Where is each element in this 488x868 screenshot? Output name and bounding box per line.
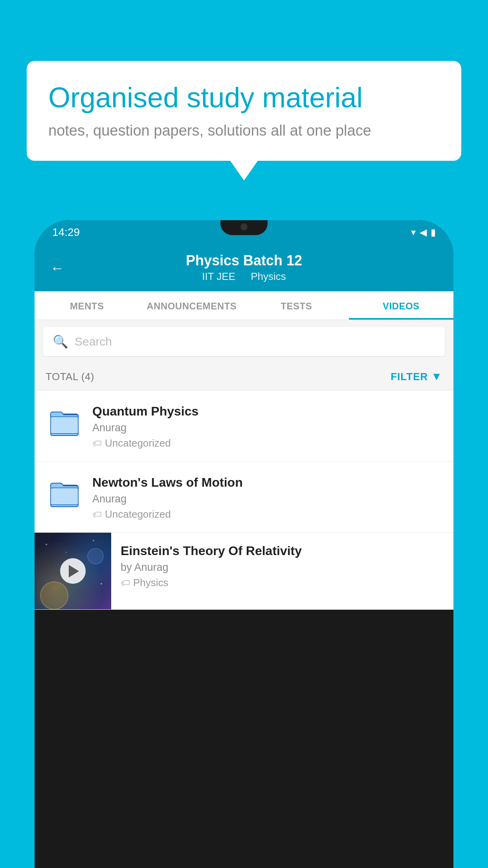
battery-icon: ▮ (431, 227, 436, 238)
item-info-newton: Newton's Laws of Motion Anurag 🏷 Uncateg… (92, 473, 442, 520)
tab-bar: MENTS ANNOUNCEMENTS TESTS VIDEOS (35, 291, 453, 320)
list-item[interactable]: Quantum Physics Anurag 🏷 Uncategorized (35, 390, 453, 462)
tag-icon: 🏷 (92, 438, 102, 449)
svg-rect-3 (51, 488, 78, 505)
filter-icon: ▼ (431, 370, 442, 383)
item-tag: 🏷 Uncategorized (92, 508, 442, 520)
svg-point-5 (66, 552, 67, 553)
play-button[interactable] (60, 558, 86, 584)
item-title: Quantum Physics (92, 404, 442, 419)
speech-bubble-section: Organised study material notes, question… (27, 61, 461, 180)
search-icon: 🔍 (53, 334, 68, 349)
item-title: Einstein's Theory Of Relativity (121, 544, 442, 558)
speech-bubble-card: Organised study material notes, question… (27, 61, 461, 161)
item-author: Anurag (92, 422, 442, 434)
play-icon (69, 565, 79, 577)
signal-icon: ◀ (420, 227, 427, 238)
tab-announcements[interactable]: ANNOUNCEMENTS (139, 291, 244, 320)
svg-point-6 (93, 540, 94, 541)
wifi-icon: ▾ (411, 227, 416, 238)
video-list: Quantum Physics Anurag 🏷 Uncategorized N… (35, 390, 453, 610)
back-button[interactable]: ← (50, 260, 64, 276)
app-header: ← Physics Batch 12 IIT JEE Physics (35, 245, 453, 291)
notch (220, 220, 268, 235)
search-input[interactable]: Search (75, 335, 112, 348)
search-bar-container: 🔍 Search (35, 320, 453, 363)
speech-bubble-arrow (230, 161, 258, 180)
subtitle-iitjee: IIT JEE (202, 270, 235, 282)
filter-bar: TOTAL (4) FILTER ▼ (35, 363, 453, 390)
subtitle-physics: Physics (251, 270, 286, 282)
item-author: Anurag (92, 493, 442, 505)
item-thumbnail-quantum (46, 402, 83, 441)
search-bar[interactable]: 🔍 Search (43, 327, 445, 356)
header-subtitle: IIT JEE Physics (50, 270, 438, 283)
svg-point-4 (46, 544, 47, 545)
item-info-quantum: Quantum Physics Anurag 🏷 Uncategorized (92, 402, 442, 449)
tag-label: Uncategorized (105, 508, 171, 520)
filter-button[interactable]: FILTER ▼ (391, 370, 442, 383)
tab-ments[interactable]: MENTS (35, 291, 139, 320)
tab-tests[interactable]: TESTS (244, 291, 349, 320)
item-author: by Anurag (121, 561, 442, 574)
header-title: Physics Batch 12 (50, 252, 438, 269)
item-tag: 🏷 Physics (121, 577, 442, 589)
speech-bubble-subtext: notes, question papers, solutions all at… (48, 122, 440, 139)
tag-label: Physics (133, 577, 169, 589)
svg-point-11 (88, 548, 103, 564)
tag-icon: 🏷 (92, 509, 102, 520)
item-tag: 🏷 Uncategorized (92, 437, 442, 449)
status-time: 14:29 (52, 226, 80, 239)
filter-label: FILTER (391, 371, 428, 383)
folder-icon (49, 406, 80, 438)
phone-frame: 14:29 ▾ ◀ ▮ ← Physics Batch 12 IIT JEE P… (35, 220, 453, 868)
tab-videos[interactable]: VIDEOS (349, 291, 454, 320)
tag-icon: 🏷 (121, 577, 130, 588)
svg-point-9 (101, 583, 102, 585)
status-icons: ▾ ◀ ▮ (411, 227, 436, 238)
status-bar: 14:29 ▾ ◀ ▮ (35, 220, 453, 245)
total-count: TOTAL (4) (46, 371, 94, 383)
item-title: Newton's Laws of Motion (92, 475, 442, 490)
camera-icon (240, 223, 248, 230)
item-thumbnail-newton (46, 473, 83, 513)
list-item[interactable]: Newton's Laws of Motion Anurag 🏷 Uncateg… (35, 462, 453, 533)
folder-icon (49, 477, 80, 509)
item-info-einstein: Einstein's Theory Of Relativity by Anura… (121, 533, 442, 600)
svg-rect-1 (51, 417, 78, 434)
speech-bubble-headline: Organised study material (48, 81, 440, 114)
svg-point-10 (40, 582, 68, 609)
tag-label: Uncategorized (105, 437, 171, 449)
list-item[interactable]: Einstein's Theory Of Relativity by Anura… (35, 533, 453, 610)
item-thumbnail-einstein (35, 533, 111, 609)
